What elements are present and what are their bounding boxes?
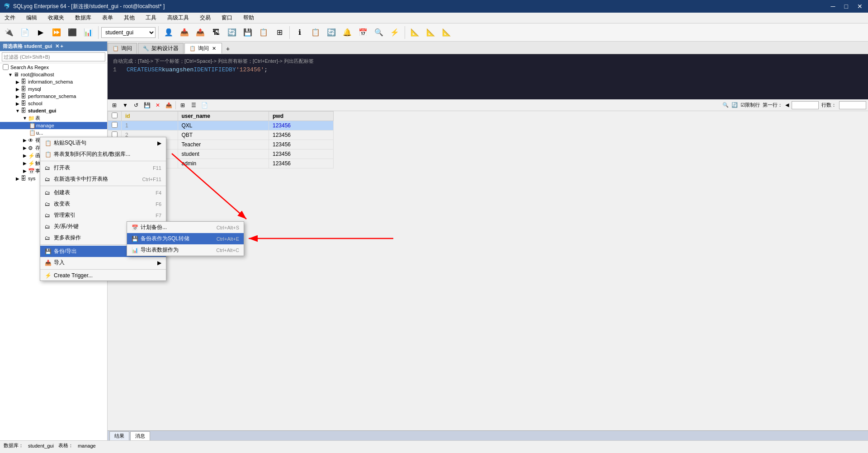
- msg-tab-result[interactable]: 结果: [109, 431, 129, 440]
- tree-db-student-gui[interactable]: ▼ 🗄 student_gui: [0, 107, 107, 114]
- toolbar-sync[interactable]: 🔄: [225, 25, 239, 40]
- hint-text: 自动完成：[Tab]-> 下一个标签；[Ctrl+Space]-> 列出所有标签…: [113, 58, 314, 64]
- tables-label: 表: [35, 115, 40, 121]
- tree-db-school[interactable]: ▶ 🗄 school: [0, 100, 107, 107]
- col-id[interactable]: id: [122, 112, 178, 121]
- ctx-backup-sql[interactable]: 💾 备份表作为SQL转储 Ctrl+Alt+E: [127, 233, 244, 244]
- ctx-create-trigger[interactable]: ⚡ Create Trigger...: [40, 271, 166, 280]
- toolbar-user[interactable]: 👤: [161, 25, 176, 40]
- sql-editor[interactable]: 自动完成：[Tab]-> 下一个标签；[Ctrl+Space]-> 列出所有标签…: [108, 54, 868, 99]
- toolbar-execute-all[interactable]: ⏩: [49, 25, 64, 40]
- cell-pwd: 123456: [269, 131, 333, 140]
- toggle: ▶: [22, 161, 28, 166]
- first-row-label: 第一行：: [763, 102, 783, 108]
- tree-db-information-schema[interactable]: ▶ 🗄 information_schema: [0, 78, 107, 85]
- msg-tab-message[interactable]: 消息: [130, 431, 150, 440]
- tab-close-button[interactable]: ✕: [211, 46, 217, 51]
- ctx-schedule-backup[interactable]: 📅 计划备份... Ctrl+Alt+S: [127, 222, 244, 233]
- ctx-alter-table[interactable]: 🗂 改变表 F6: [40, 198, 166, 210]
- toggle: ▶: [14, 94, 21, 99]
- results-delete-btn[interactable]: ✕: [153, 101, 163, 110]
- toolbar-info[interactable]: ℹ: [292, 25, 307, 40]
- filter-input[interactable]: [2, 52, 105, 61]
- db-name: student_gui: [28, 443, 54, 448]
- menu-window[interactable]: 窗口: [219, 13, 235, 23]
- col-pwd[interactable]: pwd: [269, 112, 333, 121]
- toolbar-schema[interactable]: 🏗: [209, 25, 223, 40]
- toolbar-grid[interactable]: ⊞: [272, 25, 287, 40]
- results-refresh-btn[interactable]: ↺: [131, 101, 141, 110]
- toolbar-schema4[interactable]: 📐: [439, 25, 454, 40]
- ctx-export-data[interactable]: 📊 导出表数据作为 Ctrl+Alt+C: [127, 244, 244, 256]
- tree-table-manage[interactable]: 📋 manage: [0, 122, 107, 129]
- ctx-import[interactable]: 📥 导入 ▶: [40, 257, 166, 268]
- toolbar-data-search[interactable]: 🔍: [372, 25, 386, 40]
- ctx-copy-table[interactable]: 📋 将表复制到不同的主机/数据库...: [40, 149, 166, 160]
- restore-button[interactable]: □: [843, 3, 850, 10]
- first-row-input[interactable]: 0: [792, 101, 819, 109]
- menu-edit[interactable]: 编辑: [24, 13, 40, 23]
- sql-by: BY: [229, 66, 236, 73]
- ctx-export-icon: 📊: [132, 247, 141, 253]
- ctx-manage-index[interactable]: 🗂 管理索引 F7: [40, 210, 166, 221]
- tree-db-performance-schema[interactable]: ▶ 🗄 performance_schema: [0, 93, 107, 100]
- results-save-btn[interactable]: 💾: [142, 101, 152, 110]
- toolbar-schema3[interactable]: 📐: [424, 25, 438, 40]
- toolbar-schedule[interactable]: 📅: [356, 25, 370, 40]
- toolbar-table-view[interactable]: 📋: [256, 25, 271, 40]
- menu-favorites[interactable]: 收藏夹: [45, 13, 67, 23]
- tree-root[interactable]: ▼ 🖥 root@localhost: [0, 71, 107, 78]
- ctx-create-table[interactable]: 🗂 创建表 F4: [40, 187, 166, 198]
- toolbar-history[interactable]: 📊: [81, 25, 95, 40]
- folder-icon: ⚡: [28, 160, 35, 167]
- row-count-input[interactable]: 1000: [839, 101, 866, 109]
- ctx-paste-sql[interactable]: 📋 粘贴SQL语句 ▶: [40, 137, 166, 149]
- tab-query1[interactable]: 📋 询问: [108, 43, 137, 54]
- table-row[interactable]: 1 QXL 123456: [108, 121, 334, 131]
- ctx-open-tab[interactable]: 🗂 在新选项卡中打开表格 Ctrl+F11: [40, 173, 166, 185]
- tree-tables-folder[interactable]: ▼ 📁 表: [0, 114, 107, 122]
- results-dropdown-btn[interactable]: ▼: [120, 101, 130, 110]
- ctx-open-table[interactable]: 🗂 打开表 F11: [40, 162, 166, 173]
- minimize-button[interactable]: ─: [829, 3, 837, 10]
- select-all-checkbox[interactable]: [112, 112, 118, 118]
- menu-tools[interactable]: 工具: [143, 13, 159, 23]
- results-list-btn[interactable]: ☰: [189, 101, 198, 110]
- tab-add-button[interactable]: +: [223, 44, 233, 54]
- results-grid-btn[interactable]: ⊞: [178, 101, 188, 110]
- prev-page-btn[interactable]: ◀: [785, 102, 789, 108]
- toolbar-new-query[interactable]: 📄: [18, 25, 32, 40]
- toolbar-refresh[interactable]: 🔄: [324, 25, 339, 40]
- menu-table[interactable]: 表单: [99, 13, 116, 23]
- menu-other[interactable]: 其他: [121, 13, 137, 23]
- close-button[interactable]: ✕: [855, 3, 864, 10]
- toggle: ▼: [14, 108, 21, 113]
- toolbar-power[interactable]: ⚡: [387, 25, 402, 40]
- toolbar-notifications[interactable]: 🔔: [340, 25, 354, 40]
- tree-table-u[interactable]: 📋 u...: [0, 129, 107, 136]
- toolbar-backup[interactable]: 💾: [241, 25, 255, 40]
- row-check[interactable]: [108, 121, 122, 131]
- results-form-btn[interactable]: 📄: [199, 101, 209, 110]
- toolbar-import[interactable]: 📥: [177, 25, 192, 40]
- toolbar-new-connection[interactable]: 🔌: [2, 25, 16, 40]
- menu-file[interactable]: 文件: [2, 13, 18, 23]
- toolbar-stop[interactable]: ⬛: [65, 25, 80, 40]
- menu-advanced[interactable]: 高级工具: [165, 13, 192, 23]
- toolbar-schema2[interactable]: 📐: [408, 25, 422, 40]
- toolbar-execute[interactable]: ▶: [33, 25, 48, 40]
- regex-checkbox[interactable]: [3, 64, 9, 70]
- toolbar-export[interactable]: 📤: [193, 25, 208, 40]
- col-user-name[interactable]: user_name: [178, 112, 269, 121]
- results-export-btn[interactable]: 📤: [164, 101, 174, 110]
- toolbar-copy-db[interactable]: 📋: [308, 25, 323, 40]
- menu-transaction[interactable]: 交易: [197, 13, 213, 23]
- db-selector[interactable]: student_gui: [101, 27, 156, 38]
- menu-help[interactable]: 帮助: [241, 13, 257, 23]
- results-filter-btn[interactable]: ⊞: [109, 101, 119, 110]
- menu-database[interactable]: 数据库: [72, 13, 94, 23]
- ctx-open-label: 打开表: [54, 164, 148, 172]
- tree-db-mysql[interactable]: ▶ 🗄 mysql: [0, 85, 107, 93]
- tab-query2[interactable]: 📋 询问 ✕: [184, 43, 222, 54]
- tab-schema-designer[interactable]: 🔧 架构设计器: [138, 43, 184, 54]
